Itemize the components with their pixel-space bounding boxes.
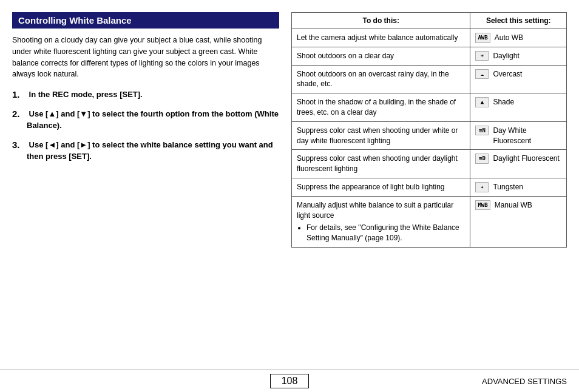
action-bullet: For details, see "Configuring the White … <box>306 223 465 243</box>
table-row: Let the camera adjust white balance auto… <box>292 29 567 47</box>
setting-label: Shade <box>493 97 514 107</box>
right-column: To do this: Select this setting: Let the… <box>291 12 567 363</box>
step-number: 2. <box>12 108 27 119</box>
white-balance-table: To do this: Select this setting: Let the… <box>291 12 567 248</box>
table-cell-action: Suppress the appearance of light bulb li… <box>292 178 470 196</box>
step-item: 2. Use [▲] and [▼] to select the fourth … <box>12 108 279 132</box>
step-text: In the REC mode, press [SET]. <box>27 89 143 101</box>
table-cell-setting: ▲Shade <box>470 93 567 122</box>
setting-icon: MWB <box>475 200 490 211</box>
table-row: Shoot outdoors on an overcast rainy day,… <box>292 65 567 93</box>
footer: 108 ADVANCED SETTINGS <box>0 370 579 392</box>
step-item: 3. Use [◄] and [►] to select the white b… <box>12 139 279 163</box>
table-row: Suppress color cast when shooting under … <box>292 150 567 178</box>
table-cell-action: Shoot in the shadow of a building, in th… <box>292 93 470 122</box>
step-number: 3. <box>12 139 27 150</box>
setting-label: Day White Fluorescent <box>493 126 561 146</box>
table-cell-setting: ≋DDaylight Fluorescent <box>470 150 567 178</box>
setting-label: Daylight Fluorescent <box>493 154 559 164</box>
table-cell-action: Shoot outdoors on an overcast rainy day,… <box>292 65 470 93</box>
table-cell-setting: MWBManual WB <box>470 196 567 247</box>
table-cell-action: Let the camera adjust white balance auto… <box>292 29 470 47</box>
step-number: 1. <box>12 89 27 100</box>
table-header-action: To do this: <box>292 13 470 29</box>
table-cell-setting: AWBAuto WB <box>470 29 567 47</box>
section-title: Controlling White Balance <box>12 12 279 29</box>
setting-icon: ▲ <box>475 97 489 107</box>
action-text: Manually adjust white balance to suit a … <box>297 201 453 220</box>
setting-icon: ☁ <box>475 69 489 79</box>
table-cell-action: Manually adjust white balance to suit a … <box>292 196 470 247</box>
setting-icon: AWB <box>475 33 490 43</box>
steps-list: 1. In the REC mode, press [SET].2. Use [… <box>12 89 279 170</box>
step-text: Use [▲] and [▼] to select the fourth opt… <box>27 108 279 132</box>
setting-icon: ≋D <box>475 154 489 164</box>
page-number: 108 <box>270 374 310 388</box>
setting-label: Overcast <box>493 69 522 79</box>
setting-label: Auto WB <box>495 33 523 43</box>
left-column: Controlling White Balance Shooting on a … <box>12 12 279 363</box>
intro-text: Shooting on a cloudy day can give your s… <box>12 35 279 80</box>
table-cell-setting: ☁Overcast <box>470 65 567 93</box>
setting-label: Daylight <box>493 51 519 61</box>
setting-icon: ≋N <box>475 126 489 136</box>
table-cell-action: Suppress color cast when shooting under … <box>292 121 470 150</box>
table-row: Shoot outdoors on a clear day☀Daylight <box>292 47 567 65</box>
table-cell-setting: ≋NDay White Fluorescent <box>470 121 567 150</box>
table-header-setting: Select this setting: <box>470 13 567 29</box>
table-cell-setting: ☀Daylight <box>470 47 567 65</box>
step-item: 1. In the REC mode, press [SET]. <box>12 89 279 101</box>
setting-icon: ☀ <box>475 51 489 61</box>
step-text: Use [◄] and [►] to select the white bala… <box>27 139 279 163</box>
footer-section-title: ADVANCED SETTINGS <box>482 377 567 386</box>
setting-label: Manual WB <box>495 200 532 211</box>
table-row: Shoot in the shadow of a building, in th… <box>292 93 567 122</box>
table-row: Suppress the appearance of light bulb li… <box>292 178 567 196</box>
table-cell-action: Shoot outdoors on a clear day <box>292 47 470 65</box>
table-row: Suppress color cast when shooting under … <box>292 121 567 150</box>
table-cell-setting: ✦Tungsten <box>470 178 567 196</box>
setting-label: Tungsten <box>493 182 523 192</box>
table-body: Let the camera adjust white balance auto… <box>292 29 567 248</box>
table-cell-action: Suppress color cast when shooting under … <box>292 150 470 178</box>
table-row: Manually adjust white balance to suit a … <box>292 196 567 247</box>
setting-icon: ✦ <box>475 182 489 192</box>
